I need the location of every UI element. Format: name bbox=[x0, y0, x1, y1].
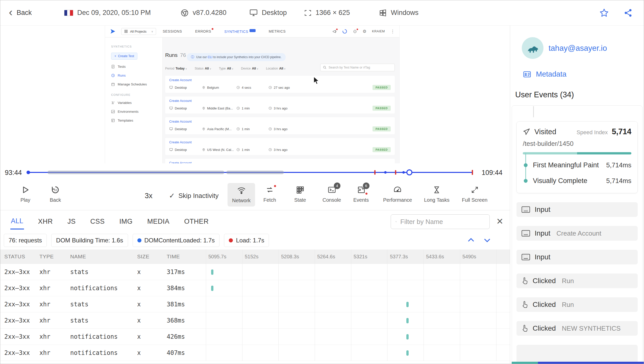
favorite-star-icon[interactable] bbox=[599, 8, 609, 18]
network-row[interactable]: 2xx–3xxxhrstatsx368ms bbox=[0, 312, 510, 329]
chevron-down-icon: ∨ bbox=[185, 67, 187, 70]
full-screen-button[interactable]: Full Screen bbox=[462, 185, 487, 203]
filter-period[interactable]: PeriodToday∨ bbox=[165, 67, 187, 70]
back-button[interactable]: ‹ Back bbox=[9, 9, 32, 17]
share-icon[interactable] bbox=[624, 8, 633, 17]
run-name-link[interactable]: Create Account bbox=[169, 120, 391, 123]
network-tab-xhr[interactable]: XHR bbox=[38, 213, 54, 229]
network-filter-input[interactable] bbox=[400, 218, 485, 226]
error-marker[interactable] bbox=[472, 170, 473, 175]
network-icon bbox=[237, 186, 246, 195]
error-marker[interactable] bbox=[395, 170, 396, 175]
notification-dot bbox=[356, 28, 358, 30]
network-filter-field[interactable] bbox=[391, 214, 490, 229]
sidebar-item-templates[interactable]: Templates bbox=[111, 119, 162, 122]
network-row[interactable]: 2xx–3xxxhrstatsx317ms bbox=[0, 264, 510, 280]
sidebar-item-runs[interactable]: Runs bbox=[111, 74, 162, 77]
app-tab-synthetics[interactable]: SYNTHETICS bbox=[224, 29, 256, 34]
app-tab-sessions[interactable]: SESSIONS bbox=[163, 29, 182, 33]
runs-list: Create Account Desktop Belgium 4 secs 27… bbox=[165, 76, 395, 163]
navigate-icon bbox=[523, 128, 530, 135]
network-tab-img[interactable]: IMG bbox=[119, 213, 133, 229]
network-row[interactable]: 2xx–3xxxhrnotificationsx407ms bbox=[0, 345, 510, 361]
long-tasks-panel-button[interactable]: Long Tasks bbox=[424, 185, 450, 203]
run-name-link[interactable]: Create Account bbox=[169, 78, 391, 82]
input-event-row[interactable]: Input bbox=[516, 202, 638, 217]
run-name-link[interactable]: Create Account bbox=[169, 99, 391, 103]
fetch-panel-button[interactable]: Fetch bbox=[263, 185, 276, 203]
sidebar-item-variables[interactable]: Variables bbox=[111, 101, 162, 105]
network-tab-other[interactable]: OTHER bbox=[184, 213, 209, 229]
network-tab-css[interactable]: CSS bbox=[90, 213, 105, 229]
event-marker[interactable] bbox=[402, 171, 405, 174]
metadata-button[interactable]: Metadata bbox=[522, 70, 566, 78]
network-tab-all[interactable]: ALL bbox=[10, 212, 24, 230]
input-event-row[interactable]: Input bbox=[516, 250, 638, 264]
sidebar-item-environments[interactable]: Environments bbox=[111, 110, 162, 113]
filter-device[interactable]: DeviceAll∨ bbox=[241, 67, 258, 70]
time-tick: 5208.3s bbox=[281, 254, 299, 260]
visited-event-card[interactable]: Visited Speed Index 5,714 /test-builder/… bbox=[516, 121, 638, 193]
chevron-down-icon[interactable] bbox=[483, 236, 492, 245]
waterfall-mark bbox=[406, 318, 409, 323]
sidebar-item-tests[interactable]: Tests bbox=[111, 65, 162, 69]
chevron-up-icon[interactable] bbox=[466, 236, 476, 245]
network-row[interactable]: 2xx–3xxxhrnotificationsx426ms bbox=[0, 329, 510, 345]
console-panel-button[interactable]: 4 Console bbox=[323, 185, 341, 203]
run-card[interactable]: Create Account Desktop Asia Pacific (M..… bbox=[165, 117, 395, 134]
announcements-icon[interactable] bbox=[332, 29, 337, 34]
user-menu[interactable]: KRAIEM bbox=[372, 30, 385, 33]
run-card[interactable]: Create Account Desktop Middle East (Ba..… bbox=[165, 97, 395, 113]
run-name-link[interactable]: Create Account bbox=[169, 140, 391, 144]
run-name-link[interactable]: Create Account bbox=[169, 161, 391, 163]
close-panel-icon[interactable]: × bbox=[494, 214, 505, 229]
network-row[interactable]: 2xx–3xxxhrstatsx381ms bbox=[0, 296, 510, 312]
events-panel-button[interactable]: 6 Events bbox=[353, 185, 369, 203]
error-marker[interactable] bbox=[374, 170, 376, 175]
chevron-down-icon: ∨ bbox=[232, 67, 234, 70]
browser-version-label: v87.0.4280 bbox=[193, 9, 227, 17]
run-card[interactable]: Create Account bbox=[165, 159, 395, 163]
keyboard-icon bbox=[522, 206, 530, 213]
kebab-menu-icon[interactable]: ⋮ bbox=[390, 29, 395, 34]
click-event-row[interactable]: Clicked Run bbox=[516, 297, 638, 312]
location-pin-icon bbox=[202, 127, 205, 131]
gear-icon[interactable]: ⚙ bbox=[363, 29, 366, 34]
playback-speed-button[interactable]: 3x bbox=[145, 192, 153, 200]
state-panel-button[interactable]: State bbox=[294, 185, 306, 203]
project-selector[interactable]: All Projects ∨ bbox=[121, 28, 156, 35]
test-search-field[interactable] bbox=[320, 64, 395, 71]
back-10s-button[interactable]: 10 Back bbox=[50, 185, 61, 203]
inactivity-segment bbox=[47, 171, 224, 174]
event-marker[interactable] bbox=[384, 171, 387, 174]
filter-type[interactable]: TypeAll∨ bbox=[219, 67, 234, 70]
player-controls: Play 10 Back 3x ✓ Skip Inactivity Networ… bbox=[0, 181, 510, 210]
click-event-row[interactable]: Clicked Run bbox=[516, 274, 638, 288]
test-search-input[interactable] bbox=[329, 66, 392, 69]
network-tab-js[interactable]: JS bbox=[67, 213, 76, 229]
app-tab-errors[interactable]: ERRORS bbox=[195, 29, 211, 33]
input-event-row[interactable]: Input Create Account bbox=[516, 226, 638, 241]
performance-panel-button[interactable]: Performance bbox=[383, 185, 412, 203]
network-tab-media[interactable]: MEDIA bbox=[147, 213, 170, 229]
filter-location[interactable]: LocationAll∨ bbox=[266, 67, 286, 70]
click-event-row[interactable]: Clicked NEW SYNTHETICS bbox=[516, 321, 638, 336]
filter-status[interactable]: StatusAll∨ bbox=[195, 67, 211, 70]
skip-inactivity-toggle[interactable]: ✓ Skip Inactivity bbox=[169, 192, 218, 200]
app-tab-metrics[interactable]: METRICS bbox=[269, 29, 286, 33]
playhead-handle[interactable] bbox=[406, 169, 412, 175]
animal-avatar-icon bbox=[526, 42, 539, 54]
bell-icon[interactable] bbox=[353, 29, 357, 34]
user-avatar bbox=[522, 37, 543, 59]
user-email[interactable]: tahay@asayer.io bbox=[549, 44, 607, 53]
run-card[interactable]: Create Account Desktop Belgium 4 secs 27… bbox=[165, 76, 395, 93]
waterfall-mark bbox=[211, 286, 213, 291]
network-row[interactable]: 2xx–3xxxhrnotificationsx384ms bbox=[0, 280, 510, 296]
cli-link[interactable]: CLI bbox=[208, 55, 212, 59]
run-card[interactable]: Create Account Desktop US West (N. Cal..… bbox=[165, 138, 395, 155]
play-button[interactable]: Play bbox=[20, 185, 30, 203]
timeline-track[interactable] bbox=[28, 163, 475, 181]
sidebar-item-manage-schedules[interactable]: Manage Schedules bbox=[111, 82, 162, 86]
network-panel-button[interactable]: Network bbox=[228, 183, 255, 207]
create-test-button[interactable]: + Create Test bbox=[111, 53, 137, 60]
